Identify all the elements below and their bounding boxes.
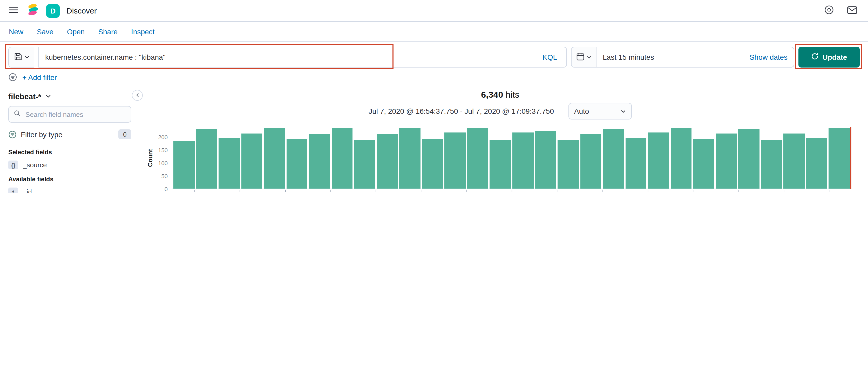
histogram-bar[interactable] [693,140,714,188]
newsfeed-button[interactable] [823,4,835,18]
query-language-button[interactable]: KQL [539,53,560,62]
nav-item-share[interactable]: Share [98,27,118,36]
histogram-bar[interactable] [513,133,533,188]
discover-menu-bar: NewSaveOpenShareInspect [0,22,868,41]
selected-fields-list: {}_source [8,158,131,172]
header-left: D Discover [7,3,97,18]
field-search-input[interactable] [24,110,126,119]
chevron-down-icon [24,53,29,61]
hits-count: 6,340 [481,90,503,100]
histogram-bar[interactable] [603,129,624,188]
histogram-bar[interactable] [309,134,330,188]
interval-value: Auto [574,107,589,115]
histogram-bar[interactable] [445,133,466,188]
top-header: D Discover [0,0,868,22]
filter-bar: + Add filter [0,72,868,87]
kibana-discover-app: D Discover NewSaveOpenShareInspect [0,0,868,193]
histogram-chart: Count 050100150200 [146,127,851,189]
search-icon [13,110,21,119]
histogram-bar[interactable] [580,134,601,188]
interval-select[interactable]: Auto [568,103,632,119]
chevron-down-icon [45,92,52,101]
field-item-_id[interactable]: t_id [8,185,131,193]
time-range-row: Jul 7, 2020 @ 16:54:37.750 - Jul 7, 2020… [146,103,855,126]
filter-by-type-button[interactable]: Filter by type 0 [8,123,131,145]
feedback-mail-button[interactable] [846,4,859,17]
histogram-bar[interactable] [196,129,217,188]
field-type-icon: {} [8,160,18,169]
discover-app-badge: D [46,4,60,18]
histogram-bar[interactable] [422,139,443,188]
collapse-sidebar-button[interactable] [132,90,143,101]
histogram-bar[interactable] [784,133,805,188]
histogram-bar[interactable] [332,128,352,188]
histogram-bar[interactable] [219,138,240,188]
histogram-bar[interactable] [286,140,307,188]
hits-label: hits [506,90,519,100]
histogram-bar[interactable] [535,131,556,188]
y-axis-title: Count [146,127,154,189]
nav-item-new[interactable]: New [9,27,23,36]
histogram-bar[interactable] [829,128,850,188]
y-axis-tick-label: 150 [158,147,168,153]
date-picker-menu-button[interactable] [571,47,596,67]
histogram-bar[interactable] [625,139,646,188]
saved-query-menu-button[interactable] [8,47,34,67]
fields-sidebar: filebeat-* Filter by type 0 Selected fie… [0,87,137,193]
filter-count-badge: 0 [118,129,131,139]
histogram-bars [174,127,850,188]
page-title: Discover [66,6,97,15]
refresh-icon [811,53,819,62]
histogram-bar[interactable] [739,129,760,188]
filter-icon [8,130,17,139]
query-text: kubernetes.container.name : "kibana" [45,53,165,61]
histogram-bar[interactable] [490,140,511,188]
filter-icon[interactable] [8,73,17,82]
y-axis: 050100150200 [154,127,172,189]
histogram-bar[interactable] [174,142,194,188]
nav-item-inspect[interactable]: Inspect [131,27,154,36]
histogram-bar[interactable] [558,141,579,188]
show-dates-link[interactable]: Show dates [750,53,794,61]
histogram-bar[interactable] [648,133,669,188]
field-search-box [8,106,131,123]
histogram-bar[interactable] [377,134,398,188]
histogram-bar[interactable] [716,133,737,188]
chevron-down-icon [620,108,626,114]
field-name: _source [23,161,47,169]
time-span-text: Jul 7, 2020 @ 16:54:37.750 - Jul 7, 2020… [369,107,563,115]
nav-item-save[interactable]: Save [37,27,54,36]
histogram-bar[interactable] [467,128,488,188]
index-pattern-selector[interactable]: filebeat-* [8,91,131,106]
available-fields-label: Available fields [8,172,131,185]
field-type-icon: t [8,187,18,193]
query-input[interactable]: kubernetes.container.name : "kibana" KQL [38,47,567,67]
hamburger-menu-button[interactable] [7,4,20,18]
field-name: _id [23,188,32,193]
query-bar: kubernetes.container.name : "kibana" KQL… [0,41,868,72]
filter-by-type-label: Filter by type [21,130,62,139]
histogram-bar[interactable] [761,141,782,188]
newsfeed-icon [825,5,834,16]
selected-fields-label: Selected fields [8,145,131,158]
field-item-_source[interactable]: {}_source [8,158,131,172]
histogram-bar[interactable] [400,128,421,188]
y-axis-tick-label: 100 [158,160,168,166]
nav-item-open[interactable]: Open [67,27,85,36]
time-range-value[interactable]: Last 15 minutes [596,53,660,61]
update-button[interactable]: Update [799,47,860,67]
histogram-plot [172,127,851,189]
histogram-bar[interactable] [264,128,285,188]
mail-icon [847,6,857,15]
y-axis-tick-label: 0 [164,186,168,192]
header-right [823,4,861,18]
y-axis-tick-label: 200 [158,134,168,140]
add-filter-link[interactable]: + Add filter [22,73,57,81]
current-time-marker [850,127,851,189]
histogram-bar[interactable] [241,134,262,188]
date-picker-group: Last 15 minutes Show dates [571,47,794,67]
histogram-bar[interactable] [806,138,827,188]
histogram-bar[interactable] [354,140,375,188]
body-area: filebeat-* Filter by type 0 Selected fie… [0,87,868,193]
histogram-bar[interactable] [671,128,691,188]
